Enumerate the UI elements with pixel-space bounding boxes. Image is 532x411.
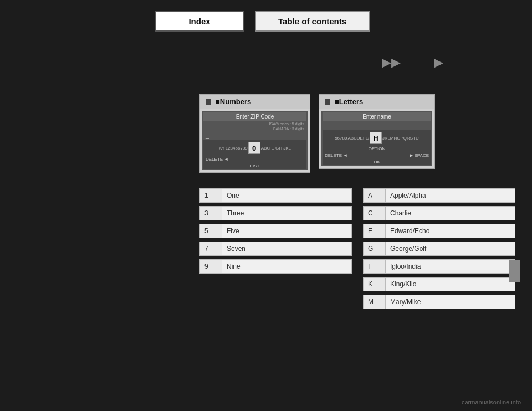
letters-header-square: [325, 99, 330, 105]
table-row: AApple/Alpha: [363, 188, 515, 203]
delete-label-let: DELETE: [325, 153, 342, 158]
letters-controls: DELETE ◄ ▶ SPACE: [323, 152, 431, 159]
table-row: GGeorge/Golf: [363, 242, 515, 256]
letters-keyboard: 56789 ABCDEFG H JKLMNOPQRSTU: [323, 130, 431, 146]
num-key-abc: ABC E GH JKL: [261, 146, 291, 151]
row-key: K: [364, 278, 386, 291]
row-value: Five: [222, 224, 351, 238]
letters-panel-title: ■Letters: [335, 97, 363, 106]
name-cursor: _: [323, 121, 431, 130]
row-value: Edward/Echo: [386, 224, 515, 238]
arrows-area: ▶▶ ▶: [382, 55, 443, 70]
dash-num: —: [300, 157, 304, 162]
table-row: EEdward/Echo: [363, 224, 515, 238]
row-value: Three: [222, 207, 351, 220]
row-value: Igloo/India: [386, 260, 515, 273]
forward-icon: ▶: [434, 55, 443, 70]
table-row: KKing/Kilo: [363, 277, 515, 291]
row-value: George/Golf: [386, 242, 515, 255]
row-key: 3: [200, 207, 222, 220]
table-row: 3Three: [200, 206, 352, 220]
row-value: Nine: [222, 260, 351, 273]
row-value: One: [222, 189, 351, 202]
table-row: 9Nine: [200, 259, 352, 274]
table-row: 1One: [200, 188, 352, 203]
table-row: 5Five: [200, 224, 352, 238]
row-value: Charlie: [386, 207, 515, 220]
ok-label: OK: [323, 159, 431, 165]
row-value: King/Kilo: [386, 278, 515, 291]
let-key-highlighted: H: [370, 132, 382, 144]
fast-forward-icon: ▶▶: [382, 55, 401, 70]
row-value: Seven: [222, 242, 351, 255]
row-key: I: [364, 260, 386, 273]
row-key: C: [364, 207, 386, 220]
tables-section: 1One3Three5Five7Seven9Nine AApple/AlphaC…: [200, 188, 515, 312]
row-key: G: [364, 242, 386, 255]
zip-cursor: _: [203, 131, 306, 140]
row-key: A: [364, 189, 386, 202]
index-button[interactable]: Index: [155, 11, 244, 32]
row-key: 5: [200, 224, 222, 238]
name-input-title: Enter name: [323, 112, 431, 121]
numbers-header-square: [206, 99, 211, 105]
numbers-table: 1One3Three5Five7Seven9Nine: [200, 188, 352, 312]
let-key-56: 56789: [335, 136, 347, 141]
row-key: M: [364, 295, 386, 309]
table-row: IIgloo/India: [363, 259, 515, 274]
table-row: CCharlie: [363, 206, 515, 220]
letters-table: AApple/AlphaCCharlieEEdward/EchoGGeorge/…: [363, 188, 515, 312]
watermark: carmanualsonline.info: [462, 399, 521, 405]
let-key-ijkl: JKLMNOPQRSTU: [382, 136, 419, 141]
delete-label-num: DELETE: [206, 157, 223, 162]
row-key: 7: [200, 242, 222, 255]
row-value: Mary/Mike: [386, 295, 515, 309]
top-navigation: Index Table of contents: [155, 11, 370, 32]
num-key-123: 123456789: [226, 146, 248, 151]
let-key-abcdefg: ABCDEFG: [347, 136, 369, 141]
toc-button[interactable]: Table of contents: [255, 11, 370, 32]
zip-input-title: Enter ZIP Code: [203, 112, 306, 121]
row-value: Apple/Alpha: [386, 189, 515, 202]
list-label: LIST: [203, 163, 306, 169]
row-key: 9: [200, 260, 222, 273]
num-key-xy: XY: [219, 146, 225, 151]
table-row: MMary/Mike: [363, 295, 515, 309]
num-key-highlighted: 0: [248, 142, 260, 154]
row-key: 1: [200, 189, 222, 202]
row-key: E: [364, 224, 386, 238]
numbers-panel-title: ■Numbers: [216, 97, 251, 106]
option-label: OPTION: [323, 146, 431, 152]
numbers-controls: DELETE ◄ —: [203, 156, 306, 163]
zip-hint2: CANADA : 3 digits: [203, 126, 306, 131]
space-label: ▶ SPACE: [410, 153, 429, 158]
numbers-keyboard: XY 123456789 0 ABC E GH JKL: [203, 140, 306, 156]
zip-hint1: USA/Mexico : 5 digits: [203, 121, 306, 126]
table-row: 7Seven: [200, 242, 352, 256]
letters-panel-header: ■Letters: [319, 95, 434, 109]
scroll-indicator[interactable]: [509, 260, 520, 282]
numbers-panel-header: ■Numbers: [200, 95, 310, 109]
